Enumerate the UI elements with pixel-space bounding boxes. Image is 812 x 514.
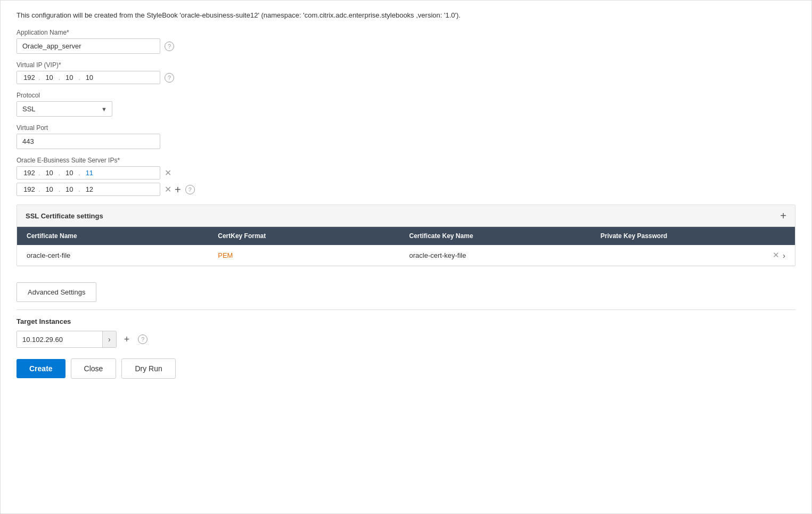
create-button[interactable]: Create bbox=[17, 359, 65, 378]
col-certkey-format: CertKey Format bbox=[215, 231, 406, 241]
app-name-help-icon[interactable]: ? bbox=[165, 42, 174, 51]
server-ip1-octet1[interactable] bbox=[21, 169, 37, 177]
col-cert-key-name: Certificate Key Name bbox=[406, 231, 597, 241]
server-ip2-remove-button[interactable]: ✕ bbox=[165, 185, 171, 194]
ssl-row-remove-button[interactable]: ✕ bbox=[773, 250, 780, 260]
close-button[interactable]: Close bbox=[71, 358, 117, 379]
target-input-wrap: › bbox=[17, 331, 117, 348]
ssl-table-header: Certificate Name CertKey Format Certific… bbox=[17, 227, 795, 245]
advanced-settings-wrapper: Advanced Settings bbox=[17, 275, 795, 309]
server-ips-help-icon[interactable]: ? bbox=[185, 185, 195, 194]
vip-help-icon[interactable]: ? bbox=[165, 73, 174, 83]
server-ip1-octet3[interactable] bbox=[61, 169, 77, 177]
vip-label: Virtual IP (VIP)* bbox=[17, 61, 795, 69]
page-wrapper: This configuration will be created from … bbox=[0, 0, 812, 514]
target-row: › + ? bbox=[17, 331, 795, 348]
vip-octet4[interactable] bbox=[81, 74, 97, 81]
ssl-row-expand-button[interactable]: › bbox=[783, 251, 785, 260]
info-text: This configuration will be created from … bbox=[17, 11, 795, 19]
protocol-row: SSL HTTP HTTPS TCP ▼ bbox=[17, 101, 795, 117]
target-instances-section: Target Instances › + ? bbox=[17, 309, 795, 348]
target-instances-title: Target Instances bbox=[17, 317, 795, 325]
ssl-certificate-section: SSL Certificate settings + Certificate N… bbox=[17, 205, 795, 266]
private-key-cell: ✕ › bbox=[597, 250, 789, 260]
server-ip2-field: . . . bbox=[17, 183, 160, 196]
ssl-section-header: SSL Certificate settings + bbox=[17, 205, 795, 227]
server-ip1-remove-button[interactable]: ✕ bbox=[165, 169, 171, 177]
server-ip2-octet4[interactable] bbox=[81, 185, 97, 193]
target-add-button[interactable]: + bbox=[124, 334, 130, 344]
server-ip1-octet4[interactable] bbox=[81, 169, 97, 177]
app-name-label: Application Name* bbox=[17, 29, 795, 36]
server-ip-add-button[interactable]: + bbox=[175, 184, 181, 195]
certkey-format-cell: PEM bbox=[215, 251, 406, 259]
ssl-add-button[interactable]: + bbox=[780, 210, 786, 221]
server-ip1-field: . . . bbox=[17, 166, 160, 180]
col-private-key-password: Private Key Password bbox=[597, 231, 789, 241]
server-ip1-octet2[interactable] bbox=[42, 169, 58, 177]
ssl-section-title: SSL Certificate settings bbox=[26, 212, 103, 220]
server-ip2-octet1[interactable] bbox=[21, 185, 37, 193]
advanced-settings-button[interactable]: Advanced Settings bbox=[17, 282, 96, 302]
target-chevron-button[interactable]: › bbox=[102, 331, 116, 347]
protocol-select[interactable]: SSL HTTP HTTPS TCP bbox=[17, 101, 112, 117]
protocol-label: Protocol bbox=[17, 92, 795, 99]
cert-name-cell: oracle-cert-file bbox=[23, 251, 215, 259]
cert-key-name-cell: oracle-cert-key-file bbox=[406, 251, 597, 259]
vip-ip-field: . . . bbox=[17, 71, 160, 84]
ssl-table-row: oracle-cert-file PEM oracle-cert-key-fil… bbox=[17, 245, 795, 266]
server-ip2-octet2[interactable] bbox=[42, 185, 58, 193]
target-ip-input[interactable] bbox=[17, 332, 102, 347]
virtual-port-label: Virtual Port bbox=[17, 124, 795, 132]
vip-row: . . . ? bbox=[17, 71, 795, 84]
col-cert-name: Certificate Name bbox=[23, 231, 215, 241]
virtual-port-row bbox=[17, 134, 795, 149]
vip-octet3[interactable] bbox=[61, 74, 77, 81]
vip-octet1[interactable] bbox=[21, 74, 37, 81]
app-name-row: ? bbox=[17, 38, 795, 54]
app-name-input[interactable] bbox=[17, 38, 160, 54]
bottom-bar: Create Close Dry Run bbox=[17, 358, 795, 379]
server-ips-label: Oracle E-Business Suite Server IPs* bbox=[17, 157, 795, 164]
protocol-select-wrap: SSL HTTP HTTPS TCP ▼ bbox=[17, 101, 112, 117]
virtual-port-input[interactable] bbox=[17, 134, 160, 149]
target-help-icon[interactable]: ? bbox=[138, 334, 147, 344]
dry-run-button[interactable]: Dry Run bbox=[121, 358, 175, 379]
server-ip2-octet3[interactable] bbox=[61, 185, 77, 193]
server-ip-entry-1: . . . ✕ . . . ✕ + ? bbox=[17, 166, 795, 196]
vip-octet2[interactable] bbox=[42, 74, 58, 81]
